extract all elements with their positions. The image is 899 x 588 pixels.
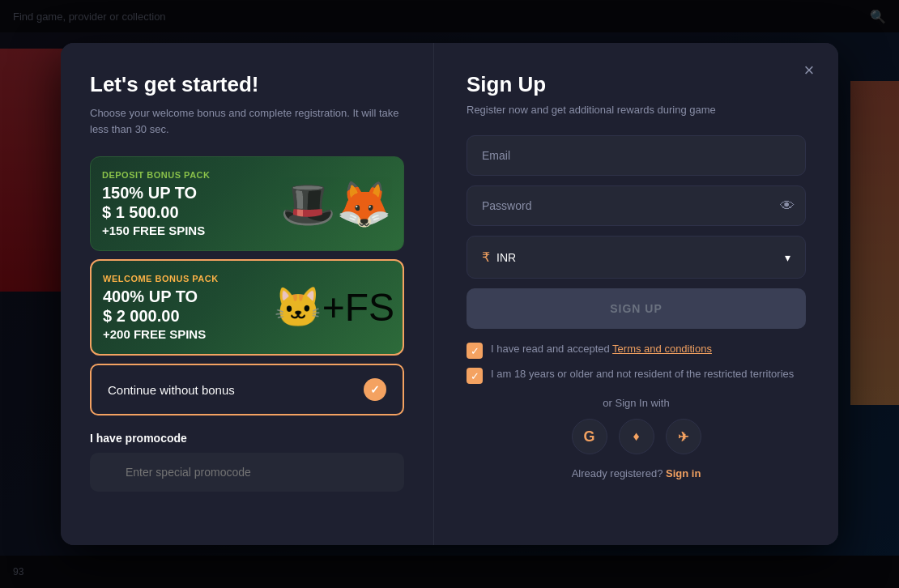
terms-link[interactable]: Terms and conditions [612,343,712,355]
currency-label: INR [496,251,516,264]
promo-input[interactable] [90,453,404,492]
signup-modal: Let's get started! Choose your welcome b… [61,43,838,545]
modal-title: Let's get started! [90,72,404,97]
inr-symbol: ₹ [482,249,490,265]
close-button[interactable]: × [796,58,822,83]
password-group: 👁 [467,185,806,226]
eye-slash-icon: 👁 [780,198,795,214]
currency-select[interactable]: ₹ INR ▾ [467,236,806,279]
chevron-down-icon: ▾ [785,251,790,264]
terms-checkbox-group: ✓ I have read and accepted Terms and con… [467,342,806,359]
age-checkbox-group: ✓ I am 18 years or older and not residen… [467,367,806,384]
steam-signin-button[interactable]: ♦ [619,419,654,454]
signup-subtitle: Register now and get additional rewards … [467,104,806,116]
telegram-signin-button[interactable]: ✈ [666,419,701,454]
terms-checkbox[interactable]: ✓ [467,343,483,359]
email-input[interactable] [467,135,806,176]
or-signin-label: or Sign In with [467,397,806,409]
modal-overlay: Let's get started! Choose your welcome b… [0,0,899,588]
age-label: I am 18 years or older and not resident … [491,367,794,381]
currency-left: ₹ INR [482,249,516,265]
deposit-bonus-icon: 🎩🦊 [280,177,392,230]
welcome-bonus-icon: 🐱+FS [274,285,394,330]
modal-left-panel: Let's get started! Choose your welcome b… [61,43,433,545]
age-checkbox[interactable]: ✓ [467,368,483,384]
signup-button[interactable]: SIGN UP [467,288,806,329]
welcome-bonus-card[interactable]: WELCOME BONUS PACK 400% UP TO $ 2 000.00… [90,259,404,356]
promo-input-wrapper: 🎫 [90,453,404,492]
continue-without-bonus-button[interactable]: Continue without bonus ✓ [90,364,404,415]
terms-label: I have read and accepted Terms and condi… [491,342,712,356]
promo-title: I have promocode [90,432,404,445]
already-registered-text: Already registered? [572,467,663,479]
welcome-bonus-label: WELCOME BONUS PACK [103,274,391,283]
password-toggle-button[interactable]: 👁 [780,198,795,215]
continue-without-bonus-label: Continue without bonus [108,383,235,397]
promo-section: I have promocode 🎫 [90,432,404,492]
already-registered-section: Already registered? Sign in [467,467,806,479]
continue-check-icon: ✓ [364,378,386,401]
deposit-bonus-card[interactable]: DEPOSIT BONUS PACK 150% UP TO $ 1 500.00… [90,156,404,251]
google-signin-button[interactable]: G [572,419,607,454]
currency-group: ₹ INR ▾ [467,236,806,279]
modal-subtitle: Choose your welcome bonus and complete r… [90,105,404,137]
social-buttons-group: G ♦ ✈ [467,419,806,454]
signin-link[interactable]: Sign in [666,467,701,479]
email-group [467,135,806,176]
password-input[interactable] [467,185,806,226]
modal-right-panel: × Sign Up Register now and get additiona… [433,43,838,545]
signup-title: Sign Up [467,72,806,97]
